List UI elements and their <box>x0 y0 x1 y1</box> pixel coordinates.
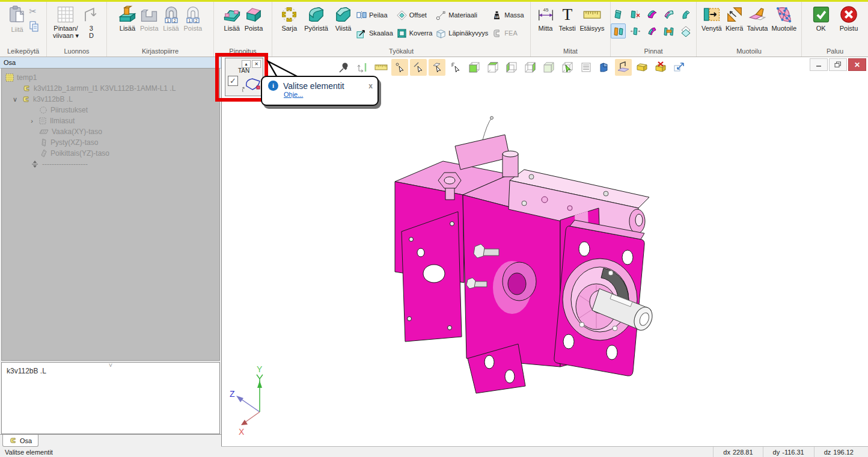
expander-collapsed-icon[interactable]: › <box>28 117 35 124</box>
rotate-icon <box>726 5 744 23</box>
cad-application: Liitä ✂ Leikepöytä <box>0 0 868 457</box>
ribbon-group-sketch: Pintaan/ viivaan ▾ 3 D Luonnos <box>47 2 107 57</box>
transparency-label: Läpinäkyvyys <box>448 29 488 37</box>
tree-item-label: Ilmiasut <box>50 117 75 125</box>
svg-text:1: 1 <box>188 19 191 23</box>
ok-label: OK <box>816 25 826 32</box>
axis-label-y: Y <box>257 364 263 374</box>
sketch-3d-button[interactable]: 3 D <box>81 4 102 39</box>
surface-extend-button[interactable] <box>661 23 676 38</box>
hollow-button[interactable]: Koverra <box>397 27 433 39</box>
surface-erase-button[interactable] <box>678 23 693 38</box>
tree-item-poikittais-yz[interactable]: Poikittais(YZ)-taso <box>2 148 219 159</box>
mass-button[interactable]: 10 Massa <box>492 9 524 21</box>
series-label: Sarja <box>281 25 297 32</box>
tree-item-temp1[interactable]: temp1 <box>2 72 219 83</box>
surface-blend-button[interactable] <box>661 7 676 22</box>
tab-osa[interactable]: Osa <box>2 435 38 447</box>
drawings-icon <box>39 106 47 114</box>
fea-label: FEA <box>504 29 517 37</box>
hollow-icon <box>397 28 407 38</box>
stretch-label: Venytä <box>701 25 722 32</box>
stretch-button[interactable]: Venytä <box>700 4 724 32</box>
ribbon-group-shaping: Venytä Kierrä <box>697 2 802 57</box>
offset-button[interactable]: Offset <box>397 9 433 21</box>
tan-close-button[interactable]: ✕ <box>252 60 261 68</box>
ribbon-group-return: OK Poistu Paluu <box>802 2 868 57</box>
tree-item-pysty-xz[interactable]: Pysty(XZ)-taso <box>2 137 219 148</box>
part-icon <box>22 95 30 103</box>
assembly-icon <box>5 73 14 82</box>
surfacing-add-button[interactable]: Lisää <box>221 4 243 32</box>
tan-label: TAN <box>238 67 249 74</box>
tan-checkbox[interactable]: ✓ <box>228 76 238 86</box>
offset-label: Offset <box>409 11 427 19</box>
coordinate-readout: dx 228.81 dy -116.31 dz 196.12 <box>713 447 868 457</box>
chamfer-button[interactable]: Viistä <box>332 4 354 32</box>
surface-bend-button[interactable] <box>678 7 693 22</box>
divider-icon <box>31 160 39 168</box>
rotate-button[interactable]: Kierrä <box>724 4 745 32</box>
mirror-button[interactable]: Peilaa <box>356 9 393 21</box>
cut-button[interactable]: ✂ <box>29 7 39 16</box>
mass-label: Massa <box>504 11 524 19</box>
exit-label: Poistu <box>840 25 858 32</box>
help-link[interactable]: Ohje... <box>284 91 373 98</box>
expander-expanded-icon[interactable]: ∨ <box>11 96 19 103</box>
surfacing-remove-button[interactable]: Poista <box>243 4 265 32</box>
surface-patch2-button[interactable] <box>644 23 659 38</box>
surface-patch-button[interactable] <box>644 7 659 22</box>
distance-button[interactable]: Etäisyys <box>578 4 607 32</box>
viewport-3d[interactable]: ✕ <box>222 57 868 446</box>
bend-button[interactable]: Taivuta <box>745 4 770 32</box>
pump-model-3d[interactable] <box>222 57 868 446</box>
library-remove2-button[interactable]: 1 2 Poista <box>182 4 204 32</box>
tree-item-divider[interactable]: ------------------- <box>2 159 219 170</box>
exit-button[interactable]: Poistu <box>838 4 860 32</box>
library-remove2-label: Poista <box>184 25 203 32</box>
surface-bend-icon <box>680 8 692 20</box>
surface-pair-button[interactable] <box>611 23 626 38</box>
sketch-to-surface-button[interactable]: Pintaan/ viivaan ▾ <box>51 4 81 39</box>
svg-text:1: 1 <box>167 19 169 23</box>
library-remove-button[interactable]: Poista <box>138 4 160 32</box>
series-button[interactable]: Sarja <box>278 4 300 32</box>
library-add-button[interactable]: Lisää <box>117 4 138 32</box>
fea-button[interactable]: FEA <box>492 27 524 39</box>
paste-button[interactable]: Liitä <box>7 4 28 33</box>
tree-item-k3vl112b[interactable]: k3vl112b_1armm_l1 K3VL112B-1AMM-L1 .L <box>2 83 219 94</box>
copy-button[interactable] <box>29 21 39 32</box>
collapse-icon: ▴ <box>245 61 247 67</box>
tooltip-close-button[interactable]: x <box>368 82 373 90</box>
ruler-icon <box>583 5 601 23</box>
dimension-button[interactable]: 45 Mitta <box>535 4 557 32</box>
axis-label-x: X <box>239 427 245 437</box>
chamfer-label: Viistä <box>335 25 352 32</box>
top-accent-bar <box>0 0 868 2</box>
ribbon-group-library-feature: Lisää Poista 1 2 <box>107 2 214 57</box>
library-add-label: Lisää <box>120 25 135 32</box>
fea-icon <box>492 28 502 38</box>
scale-button[interactable]: Skaalaa <box>356 27 393 39</box>
surface-delete-icon <box>629 8 641 20</box>
ok-button[interactable]: OK <box>810 4 832 32</box>
text-button[interactable]: T Teksti <box>557 4 578 32</box>
form-button[interactable]: Muotoile <box>769 4 798 32</box>
tan-mini-dialog: ▴ ✕ TAN ✓ <box>225 58 263 96</box>
tree-item-piirustukset[interactable]: Piirustukset <box>2 105 219 115</box>
surface-move-button[interactable] <box>628 23 643 38</box>
tree-item-ilmiasut[interactable]: › Ilmiasut <box>2 115 219 126</box>
svg-text:45: 45 <box>543 7 549 13</box>
ribbon-group-surfaces: Pinnat <box>611 2 697 57</box>
tree-item-vaaka-xy[interactable]: Vaaka(XY)-taso <box>2 126 219 137</box>
material-button[interactable]: Materiaali <box>436 9 488 21</box>
selection-list[interactable]: ˅ k3v112bB .L <box>1 362 220 434</box>
round-button[interactable]: Pyöristä <box>302 4 330 32</box>
transparency-button[interactable]: Läpinäkyvyys <box>436 27 488 39</box>
collapse-handle-icon[interactable]: ˅ <box>109 361 112 369</box>
surface-single-button[interactable] <box>611 7 626 22</box>
surface-delete-button[interactable] <box>628 7 643 22</box>
tree-item-k3v112bB[interactable]: ∨ k3v112bB .L <box>2 94 219 105</box>
library-add2-button[interactable]: 1 2 Lisää <box>160 4 182 32</box>
group-label-surfacing: Pinnoitus <box>214 48 272 55</box>
